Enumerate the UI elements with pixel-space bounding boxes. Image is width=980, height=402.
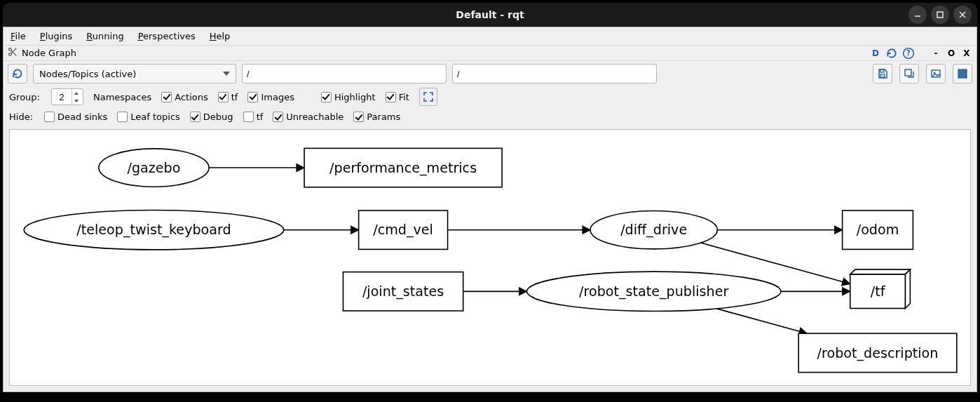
menu-file-rest: ile (15, 31, 26, 41)
images-checkbox[interactable]: Images (247, 92, 294, 102)
right-toolbar-icons (873, 64, 972, 83)
namespaces-label: Namespaces (93, 92, 151, 102)
app-shell: File Plugins Running Perspectives Help N… (3, 27, 977, 392)
graph-node-cmd_vel[interactable]: /cmd_vel (359, 210, 448, 249)
header-dash-button[interactable]: - (930, 48, 941, 59)
graph-node-tf[interactable]: /tf (850, 269, 911, 308)
graph-node-perf[interactable]: /performance_metrics (304, 148, 502, 187)
toolbar-row-1: Nodes/Topics (active) (4, 61, 976, 86)
export-button[interactable] (899, 64, 919, 83)
graph-node-rsp[interactable]: /robot_state_publisher (526, 272, 781, 311)
menu-running[interactable]: Running (83, 29, 126, 43)
svg-rect-10 (880, 69, 884, 72)
save-button[interactable] (873, 64, 892, 83)
maximize-button[interactable] (931, 6, 949, 24)
group-value-input[interactable] (52, 92, 72, 102)
fit-view-button[interactable] (419, 88, 437, 106)
scissors-icon (8, 47, 18, 59)
menu-perspectives[interactable]: Perspectives (135, 29, 198, 43)
graph-node-odom[interactable]: /odom (843, 210, 913, 249)
dropdown-label: Nodes/Topics (active) (39, 69, 136, 79)
plugin-title: Node Graph (22, 48, 76, 58)
graph-node-label: /cmd_vel (373, 222, 433, 238)
titlebar[interactable]: Default - rqt (3, 3, 977, 27)
graph-node-label: /gazebo (128, 160, 181, 176)
chevron-down-icon (223, 72, 230, 76)
minimize-button[interactable] (908, 6, 927, 24)
debug-checkbox[interactable]: Debug (190, 112, 233, 122)
menubar: File Plugins Running Perspectives Help (4, 27, 976, 46)
refresh-button[interactable] (8, 64, 27, 83)
menu-file[interactable]: File (8, 29, 29, 43)
deadsinks-checkbox[interactable]: Dead sinks (44, 112, 107, 122)
svg-text:?: ? (906, 49, 911, 57)
graph-edge[interactable] (716, 309, 807, 333)
header-x-button[interactable]: X (961, 48, 972, 59)
graph-node-teleop[interactable]: /teleop_twist_keyboard (24, 210, 284, 250)
topic-filter-input[interactable] (452, 64, 657, 83)
graph-node-robot_desc[interactable]: /robot_description (798, 333, 957, 372)
menu-help[interactable]: Help (207, 29, 233, 43)
leaftopics-checkbox[interactable]: Leaf topics (117, 112, 180, 122)
window-title: Default - rqt (456, 9, 524, 20)
graph-canvas[interactable]: /gazebo/teleop_twist_keyboard/diff_drive… (9, 129, 971, 386)
unreachable-checkbox[interactable]: Unreachable (273, 112, 343, 122)
graph-node-label: /robot_state_publisher (579, 283, 728, 300)
view-mode-dropdown[interactable]: Nodes/Topics (active) (33, 64, 236, 83)
reload-icon[interactable] (885, 47, 898, 60)
menu-plugins[interactable]: Plugins (37, 29, 76, 43)
graph-node-label: /tf (871, 283, 886, 300)
plugin-header: Node Graph D ? - O X (4, 46, 976, 61)
close-button[interactable] (953, 6, 972, 24)
spin-down[interactable] (72, 97, 81, 105)
options-row-2: Hide: Dead sinks Leaf topics Debug tf Un… (4, 110, 976, 126)
hide-tf-checkbox[interactable]: tf (243, 112, 264, 122)
svg-marker-25 (905, 269, 910, 308)
window-controls (908, 6, 972, 24)
graph-node-label: /diff_drive (620, 222, 687, 238)
svg-rect-1 (937, 12, 943, 18)
highlight-checkbox[interactable]: Highlight (321, 92, 376, 102)
actions-checkbox[interactable]: Actions (161, 92, 208, 102)
window-frame: Default - rqt File Plugins Running Persp… (0, 0, 980, 402)
graph-node-label: /performance_metrics (329, 160, 477, 176)
svg-rect-15 (958, 69, 967, 78)
node-filter-input[interactable] (242, 64, 447, 83)
fullscreen-button[interactable] (953, 64, 972, 83)
graph-node-label: /teleop_twist_keyboard (76, 222, 231, 238)
options-row-1: Group: Namespaces Actions tf Images High… (4, 86, 976, 110)
graph-node-label: /robot_description (817, 344, 939, 361)
tf-checkbox[interactable]: tf (218, 92, 238, 102)
graph-node-joint_states[interactable]: /joint_states (343, 272, 463, 311)
svg-rect-12 (905, 69, 911, 76)
header-d-button[interactable]: D (870, 48, 881, 59)
graph-node-gazebo[interactable]: /gazebo (99, 149, 209, 187)
svg-marker-24 (850, 269, 911, 274)
header-o-button[interactable]: O (946, 48, 957, 59)
graph-node-diff_drive[interactable]: /diff_drive (590, 211, 717, 249)
graph-node-label: /joint_states (362, 283, 444, 300)
group-spinbox[interactable] (51, 88, 83, 105)
svg-rect-11 (880, 74, 885, 77)
save-image-button[interactable] (926, 64, 946, 83)
spin-up[interactable] (72, 89, 81, 97)
hide-label: Hide: (9, 112, 33, 122)
graph-node-label: /odom (857, 222, 899, 238)
group-label: Group: (9, 92, 40, 102)
params-checkbox[interactable]: Params (353, 112, 400, 122)
help-icon[interactable]: ? (902, 47, 915, 60)
fit-checkbox[interactable]: Fit (386, 92, 409, 102)
